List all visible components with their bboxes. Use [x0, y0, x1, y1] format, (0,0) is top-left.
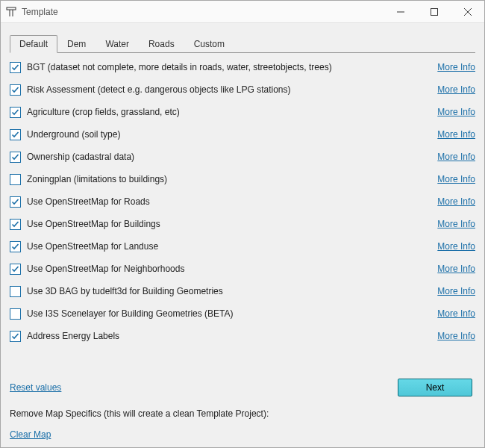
checkbox-address-energy-labels[interactable]: [10, 331, 21, 342]
tab-water[interactable]: Water: [96, 35, 139, 53]
more-info-link[interactable]: More Info: [437, 219, 475, 229]
option-row-ownership: Ownership (cadastral data)More Info: [10, 150, 475, 164]
option-row-bgt: BGT (dataset not complete, more details …: [10, 60, 475, 74]
more-info-link[interactable]: More Info: [437, 84, 475, 95]
option-label: Use I3S Scenelayer for Building Geometri…: [27, 308, 437, 319]
option-row-agriculture: Agriculture (crop fields, grassland, etc…: [10, 105, 475, 119]
option-row-osm-roads: Use OpenStreetMap for RoadsMore Info: [10, 195, 475, 208]
checkbox-agriculture[interactable]: [10, 107, 21, 118]
more-info-link[interactable]: More Info: [437, 62, 475, 72]
footer: Reset values Next Remove Map Specifics (…: [10, 364, 475, 440]
more-info-link[interactable]: More Info: [437, 196, 475, 207]
window-controls: [384, 1, 484, 22]
checkbox-osm-neighborhoods[interactable]: [10, 264, 21, 275]
maximize-button[interactable]: [417, 1, 451, 22]
more-info-link[interactable]: More Info: [437, 152, 475, 162]
option-label: Ownership (cadastral data): [27, 152, 437, 162]
checkbox-i3s-scenelayer[interactable]: [10, 308, 21, 320]
option-row-osm-landuse: Use OpenStreetMap for LanduseMore Info: [10, 240, 475, 253]
option-label: Use OpenStreetMap for Landuse: [27, 241, 437, 252]
option-row-address-energy-labels: Address Energy LabelsMore Info: [10, 329, 475, 343]
option-row-osm-neighborhoods: Use OpenStreetMap for NeighborhoodsMore …: [10, 262, 475, 276]
option-label: Address Energy Labels: [27, 331, 437, 341]
option-row-osm-buildings: Use OpenStreetMap for BuildingsMore Info: [10, 217, 475, 231]
checkbox-ownership[interactable]: [10, 152, 21, 163]
clear-map-link[interactable]: Clear Map: [10, 429, 51, 440]
more-info-link[interactable]: More Info: [437, 241, 475, 252]
option-row-risk-assessment: Risk Assessment (detect e.g. dangerous o…: [10, 83, 475, 96]
option-label: Risk Assessment (detect e.g. dangerous o…: [27, 84, 437, 95]
checkbox-bgt[interactable]: [10, 62, 21, 73]
checkbox-risk-assessment[interactable]: [10, 84, 21, 96]
window-title: Template: [22, 7, 384, 17]
tab-label: Custom: [194, 39, 225, 49]
tab-custom[interactable]: Custom: [184, 35, 234, 53]
option-label: Zoningplan (limitations to buildings): [27, 174, 437, 184]
option-label: Underground (soil type): [27, 129, 437, 140]
next-button[interactable]: Next: [398, 379, 472, 396]
option-row-zoningplan: Zoningplan (limitations to buildings)Mor…: [10, 172, 475, 186]
tab-label: Roads: [148, 39, 175, 49]
checkbox-3d-bag[interactable]: [10, 286, 21, 297]
titlebar: Template: [1, 1, 484, 23]
checkbox-osm-buildings[interactable]: [10, 219, 21, 230]
option-label: Use 3D BAG by tudelft3d for Building Geo…: [27, 286, 437, 296]
option-label: Use OpenStreetMap for Neighborhoods: [27, 264, 437, 274]
svg-rect-4: [431, 8, 437, 15]
more-info-link[interactable]: More Info: [437, 174, 475, 184]
template-window: Template DefaultDemWaterRoadsCustom BGT …: [0, 0, 485, 448]
option-label: BGT (dataset not complete, more details …: [27, 62, 437, 72]
option-label: Use OpenStreetMap for Roads: [27, 196, 437, 207]
next-button-label: Next: [426, 382, 445, 393]
tab-label: Default: [19, 39, 48, 49]
checkbox-zoningplan[interactable]: [10, 174, 21, 185]
more-info-link[interactable]: More Info: [437, 107, 475, 117]
minimize-button[interactable]: [384, 1, 417, 22]
option-label: Use OpenStreetMap for Buildings: [27, 219, 437, 229]
option-list: BGT (dataset not complete, more details …: [10, 60, 475, 343]
checkbox-osm-landuse[interactable]: [10, 241, 21, 252]
more-info-link[interactable]: More Info: [437, 264, 475, 274]
remove-map-text: Remove Map Specifics (this will create a…: [10, 408, 475, 419]
option-row-3d-bag: Use 3D BAG by tudelft3d for Building Geo…: [10, 284, 475, 298]
option-row-i3s-scenelayer: Use I3S Scenelayer for Building Geometri…: [10, 307, 475, 320]
app-icon: [5, 6, 17, 18]
content-area: DefaultDemWaterRoadsCustom BGT (dataset …: [1, 23, 484, 447]
checkbox-osm-roads[interactable]: [10, 196, 21, 208]
reset-values-link[interactable]: Reset values: [10, 382, 61, 393]
more-info-link[interactable]: More Info: [437, 286, 475, 296]
option-row-underground: Underground (soil type)More Info: [10, 128, 475, 141]
tab-label: Water: [105, 39, 129, 49]
more-info-link[interactable]: More Info: [437, 129, 475, 140]
tab-label: Dem: [67, 39, 86, 49]
close-button[interactable]: [451, 1, 484, 22]
more-info-link[interactable]: More Info: [437, 331, 475, 341]
tab-dem[interactable]: Dem: [57, 35, 96, 53]
svg-rect-0: [7, 7, 16, 10]
tabs-strip: DefaultDemWaterRoadsCustom: [10, 34, 475, 53]
tab-roads[interactable]: Roads: [139, 35, 184, 53]
more-info-link[interactable]: More Info: [437, 308, 475, 319]
tab-default[interactable]: Default: [10, 35, 57, 53]
checkbox-underground[interactable]: [10, 129, 21, 140]
option-label: Agriculture (crop fields, grassland, etc…: [27, 107, 437, 117]
